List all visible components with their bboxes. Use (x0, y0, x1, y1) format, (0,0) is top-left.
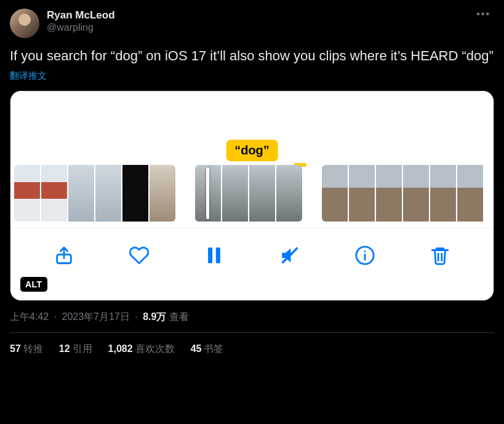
clip-thumbnail (122, 165, 148, 222)
clip-thumbnail (14, 165, 40, 222)
tweet-meta-row: 上午4:42 · 2023年7月17日 · 8.9万 查看 (10, 311, 494, 324)
video-controls-row (10, 228, 494, 283)
clip-thumbnail (150, 165, 175, 222)
clip-thumbnail (249, 165, 275, 222)
clip-thumbnail (322, 165, 348, 222)
clip-thumbnail (68, 165, 94, 222)
author-display-name: Ryan McLeod (47, 9, 473, 22)
tweet-time[interactable]: 上午4:42 (10, 311, 49, 322)
quotes-label: 引用 (73, 343, 92, 354)
likes-count: 1,082 (108, 343, 133, 354)
bookmarks-stat[interactable]: 45书签 (191, 343, 224, 356)
tweet-media-card[interactable]: “dog” (10, 90, 494, 301)
tweet-date[interactable]: 2023年7月17日 (62, 311, 130, 322)
ellipsis-icon: ••• (476, 9, 490, 19)
clip-thumbnail (222, 165, 248, 222)
clip-group-1[interactable] (14, 165, 175, 222)
alt-badge[interactable]: ALT (20, 277, 47, 292)
svg-rect-2 (216, 247, 220, 263)
meta-separator: · (135, 311, 137, 322)
meta-separator: · (54, 311, 57, 322)
svg-point-6 (364, 250, 366, 252)
likes-stat[interactable]: 1,082喜欢次数 (108, 343, 175, 356)
author-handle: @warpling (47, 22, 473, 34)
clip-thumbnail (430, 165, 456, 222)
clip-thumbnail (376, 165, 402, 222)
clip-thumbnail (457, 165, 483, 222)
quotes-count: 12 (59, 343, 70, 354)
bookmarks-label: 书签 (204, 343, 223, 354)
timeline-playhead[interactable] (206, 167, 209, 219)
media-top-area: “dog” (10, 91, 494, 165)
share-icon[interactable] (54, 245, 74, 266)
heart-icon[interactable] (129, 245, 150, 266)
pause-icon[interactable] (204, 245, 225, 266)
clip-group-2-active[interactable] (195, 165, 302, 222)
tweet-text: If you search for “dog” on iOS 17 it’ll … (10, 47, 494, 65)
clip-thumbnail (276, 165, 302, 222)
views-label: 查看 (169, 311, 189, 322)
translate-link[interactable]: 翻译推文 (10, 70, 47, 82)
likes-label: 喜欢次数 (135, 343, 175, 354)
clip-thumbnail (403, 165, 429, 222)
retweets-stat[interactable]: 57转推 (10, 343, 43, 356)
quotes-stat[interactable]: 12引用 (59, 343, 92, 356)
avatar[interactable] (10, 9, 39, 38)
clip-thumbnail (41, 165, 67, 222)
tweet-container: Ryan McLeod @warpling ••• If you search … (0, 0, 504, 356)
info-icon[interactable] (354, 245, 375, 266)
clip-thumbnail (349, 165, 375, 222)
tweet-stats-row: 57转推 12引用 1,082喜欢次数 45书签 (10, 333, 494, 356)
views-count: 8.9万 (143, 311, 166, 322)
tweet-header: Ryan McLeod @warpling ••• (10, 9, 494, 38)
clip-thumbnail (95, 165, 121, 222)
bookmarks-count: 45 (191, 343, 202, 354)
svg-rect-1 (208, 247, 212, 263)
caption-highlight-tag: “dog” (226, 140, 278, 161)
mute-icon[interactable] (279, 245, 300, 266)
retweets-label: 转推 (23, 343, 43, 354)
trash-icon[interactable] (430, 245, 450, 266)
more-options-button[interactable]: ••• (473, 9, 494, 20)
clip-group-3[interactable] (322, 165, 490, 222)
retweets-count: 57 (10, 343, 21, 354)
video-timeline-row[interactable] (10, 165, 494, 222)
author-name-block[interactable]: Ryan McLeod @warpling (47, 9, 473, 34)
